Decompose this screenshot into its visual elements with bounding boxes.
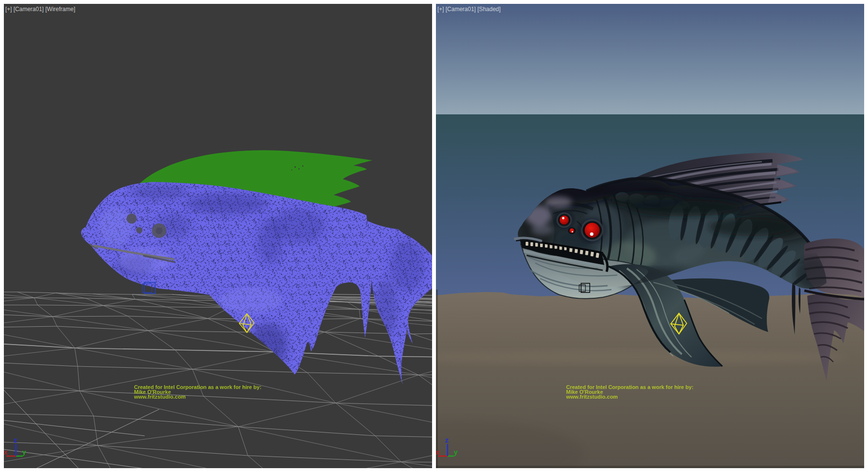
- svg-text:x: x: [4, 448, 8, 456]
- svg-text:y: y: [454, 448, 458, 456]
- svg-text:x: x: [436, 448, 440, 456]
- svg-text:z: z: [14, 436, 17, 444]
- svg-text:y: y: [22, 448, 26, 456]
- svg-text:z: z: [445, 436, 449, 444]
